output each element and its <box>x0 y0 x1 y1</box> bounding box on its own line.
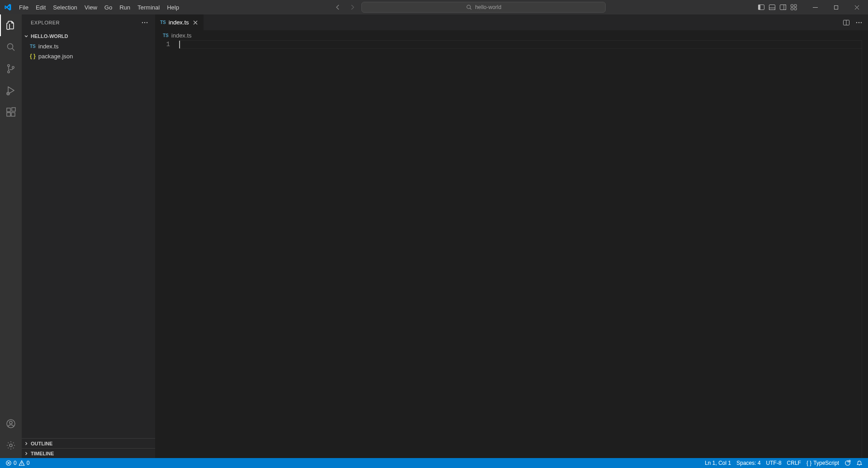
outline-section-header[interactable]: OUTLINE <box>22 438 155 448</box>
breadcrumb[interactable]: TS index.ts <box>156 30 868 40</box>
window-maximize-button[interactable] <box>825 0 846 14</box>
svg-point-0 <box>467 5 471 9</box>
nav-back-button[interactable] <box>332 2 343 13</box>
chevron-right-icon <box>24 441 29 446</box>
search-icon <box>466 4 472 10</box>
current-line-highlight <box>179 40 862 49</box>
svg-point-30 <box>861 22 862 23</box>
title-center: hello-world <box>183 2 756 13</box>
file-row-package-json[interactable]: { } package.json <box>22 51 155 61</box>
menu-go[interactable]: Go <box>101 0 116 14</box>
cursor-position-label: Ln 1, Col 1 <box>705 460 731 466</box>
status-language-mode[interactable]: { } TypeScript <box>804 458 842 468</box>
activity-accounts[interactable] <box>0 413 22 435</box>
tab-label: index.ts <box>169 19 189 26</box>
titlebar: File Edit Selection View Go Run Terminal… <box>0 0 868 14</box>
menu-help[interactable]: Help <box>163 0 183 14</box>
status-indentation[interactable]: Spaces: 4 <box>734 458 763 468</box>
eol-label: CRLF <box>787 460 801 466</box>
svg-point-24 <box>142 22 143 23</box>
menu-view[interactable]: View <box>81 0 101 14</box>
svg-rect-7 <box>791 5 793 7</box>
error-icon <box>5 460 12 466</box>
activity-settings[interactable] <box>0 435 22 456</box>
status-feedback[interactable] <box>842 458 854 468</box>
status-eol[interactable]: CRLF <box>784 458 804 468</box>
activity-extensions[interactable] <box>0 101 22 123</box>
file-row-index-ts[interactable]: TS index.ts <box>22 41 155 51</box>
nav-forward-button[interactable] <box>347 2 358 13</box>
svg-rect-19 <box>11 113 15 116</box>
customize-layout-button[interactable] <box>788 0 799 14</box>
gutter: 1 <box>156 40 179 458</box>
activity-search[interactable] <box>0 36 22 58</box>
svg-point-23 <box>9 444 12 447</box>
svg-point-26 <box>147 22 147 23</box>
editor-tab-index-ts[interactable]: TS index.ts <box>156 14 204 30</box>
text-cursor <box>179 41 180 48</box>
window-close-button[interactable] <box>846 0 867 14</box>
svg-rect-6 <box>784 5 786 10</box>
command-center[interactable]: hello-world <box>361 2 606 13</box>
activity-source-control[interactable] <box>0 58 22 80</box>
svg-rect-8 <box>794 5 797 7</box>
menu-run[interactable]: Run <box>116 0 134 14</box>
json-file-icon: { } <box>30 53 36 59</box>
menu-file[interactable]: File <box>15 0 32 14</box>
status-notifications[interactable] <box>854 458 865 468</box>
tab-close-button[interactable] <box>192 19 199 26</box>
svg-rect-11 <box>834 5 838 9</box>
svg-point-28 <box>856 22 857 23</box>
title-right <box>756 0 868 14</box>
svg-point-14 <box>8 71 9 73</box>
command-center-label: hello-world <box>475 4 501 10</box>
workbench: EXPLORER HELLO-WORLD TS index.ts { } pac… <box>0 14 868 458</box>
editor-tabs: TS index.ts <box>156 14 868 30</box>
chevron-right-icon <box>24 451 29 456</box>
warning-count: 0 <box>27 460 30 466</box>
bell-icon <box>856 460 863 466</box>
activity-run-debug[interactable] <box>0 80 22 101</box>
status-encoding[interactable]: UTF-8 <box>764 458 784 468</box>
menu-bar: File Edit Selection View Go Run Terminal… <box>15 0 183 14</box>
svg-point-22 <box>9 421 12 424</box>
menu-terminal[interactable]: Terminal <box>134 0 163 14</box>
project-folder-header[interactable]: HELLO-WORLD <box>22 31 155 41</box>
window-minimize-button[interactable] <box>805 0 825 14</box>
menu-selection[interactable]: Selection <box>49 0 81 14</box>
toggle-secondary-sidebar-button[interactable] <box>778 0 788 14</box>
code-content[interactable] <box>179 40 868 458</box>
menu-edit[interactable]: Edit <box>32 0 49 14</box>
error-count: 0 <box>14 460 17 466</box>
chevron-down-icon <box>24 33 29 39</box>
sidebar-more-button[interactable] <box>140 18 150 28</box>
svg-point-15 <box>12 66 14 68</box>
indentation-label: Spaces: 4 <box>736 460 760 466</box>
timeline-section-header[interactable]: TIMELINE <box>22 448 155 458</box>
svg-rect-5 <box>780 5 786 10</box>
split-editor-button[interactable] <box>841 17 852 28</box>
overview-ruler[interactable] <box>862 40 868 458</box>
file-name: index.ts <box>38 43 59 50</box>
sidebar-title: EXPLORER <box>31 20 60 25</box>
svg-point-13 <box>8 65 9 66</box>
language-label: TypeScript <box>813 460 839 466</box>
timeline-label: TIMELINE <box>31 451 54 456</box>
breadcrumb-label: index.ts <box>171 32 192 39</box>
line-number: 1 <box>156 40 170 49</box>
activity-explorer[interactable] <box>0 14 22 36</box>
typescript-file-icon: TS <box>30 44 36 49</box>
editor-area: TS index.ts TS index.ts 1 <box>156 14 868 458</box>
svg-rect-18 <box>7 113 10 116</box>
warning-icon <box>19 460 25 466</box>
editor-more-button[interactable] <box>854 17 864 28</box>
status-cursor-position[interactable]: Ln 1, Col 1 <box>702 458 734 468</box>
svg-point-32 <box>21 464 22 465</box>
toggle-primary-sidebar-button[interactable] <box>756 0 767 14</box>
status-problems[interactable]: 0 0 <box>3 458 32 468</box>
file-tree: HELLO-WORLD TS index.ts { } package.json <box>22 30 155 438</box>
svg-point-29 <box>859 22 859 23</box>
sidebar-explorer: EXPLORER HELLO-WORLD TS index.ts { } pac… <box>22 14 156 458</box>
toggle-panel-button[interactable] <box>767 0 778 14</box>
code-editor[interactable]: 1 <box>156 40 868 458</box>
